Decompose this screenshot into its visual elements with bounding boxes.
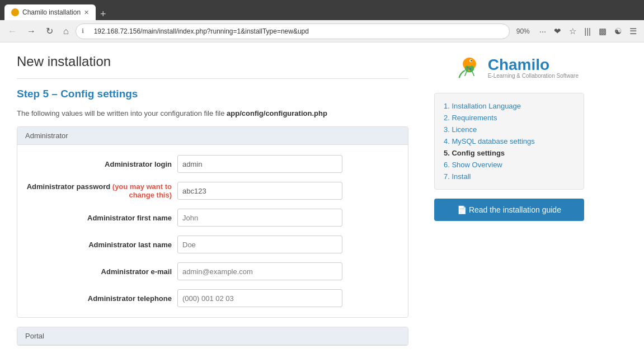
password-warning: (you may want to change this) <box>112 182 172 199</box>
step-item-5: 5. Config settings <box>444 147 575 159</box>
description-prefix: The following values will be written int… <box>17 109 213 117</box>
svg-point-8 <box>467 67 469 68</box>
admin-login-row: Administrator login <box>17 150 408 177</box>
admin-email-row: Administrator e-mail <box>17 258 408 285</box>
browser-tabs: Chamilo installation ✕ + <box>4 0 111 20</box>
reader-view-button[interactable]: ||| <box>581 24 594 39</box>
page-wrapper: New installation Step 5 – Config setting… <box>0 43 644 353</box>
administrator-section: Administrator Administrator login Admini… <box>17 126 408 318</box>
svg-point-5 <box>471 60 472 62</box>
step-item-7[interactable]: 7. Install <box>444 171 575 182</box>
read-guide-label: Read the installation guide <box>469 205 561 214</box>
address-text: 192.168.72.156/main/install/index.php?ru… <box>94 27 309 35</box>
home-button[interactable]: ⌂ <box>60 24 72 39</box>
svg-line-6 <box>464 72 466 76</box>
administrator-section-header: Administrator <box>17 127 408 145</box>
browser-nav-bar: ← → ↻ ⌂ ℹ 192.168.72.156/main/install/in… <box>0 20 644 43</box>
admin-email-label: Administrator e-mail <box>26 267 172 276</box>
sidebar-toggle-button[interactable]: ▩ <box>596 24 609 39</box>
step-heading: Step 5 – Config settings <box>17 88 408 100</box>
address-bar[interactable]: ℹ 192.168.72.156/main/install/index.php?… <box>76 23 510 39</box>
browser-chrome: Chamilo installation ✕ + <box>0 0 644 20</box>
admin-telephone-input[interactable] <box>177 289 342 307</box>
svg-point-10 <box>468 69 469 71</box>
config-filename: app/config/configuration.php <box>227 109 327 117</box>
read-guide-button[interactable]: 📄 Read the installation guide <box>434 199 584 221</box>
administrator-section-body: Administrator login Administrator passwo… <box>17 145 408 317</box>
security-icon: ℹ <box>82 27 84 35</box>
sidebar: Chamilo E-Learning & Collaboration Softw… <box>425 43 593 353</box>
config-description: The following values will be written int… <box>17 109 408 117</box>
logo-area: Chamilo E-Learning & Collaboration Softw… <box>434 54 584 82</box>
logo-name: Chamilo <box>488 57 579 73</box>
step-link-1[interactable]: 1. Installation Language <box>444 102 521 110</box>
admin-telephone-label: Administrator telephone <box>26 294 172 303</box>
portal-section: Portal <box>17 327 408 346</box>
step-link-4[interactable]: 4. MySQL database settings <box>444 137 535 145</box>
admin-login-label: Administrator login <box>26 160 172 168</box>
admin-email-input[interactable] <box>177 262 342 280</box>
page-title: New installation <box>17 54 408 69</box>
nav-icons: ··· ❤ ☆ ||| ▩ ☯ ☰ <box>537 24 640 39</box>
admin-telephone-row: Administrator telephone <box>17 285 408 312</box>
tab-title: Chamilo installation <box>22 8 81 16</box>
tab-close-btn[interactable]: ✕ <box>84 9 89 16</box>
tab-favicon <box>11 8 19 16</box>
zoom-level[interactable]: 90% <box>513 27 533 35</box>
admin-password-label: Administrator password (you may want to … <box>26 182 172 199</box>
admin-login-input[interactable] <box>177 155 342 173</box>
admin-password-row: Administrator password (you may want to … <box>17 177 408 204</box>
back-button[interactable]: ← <box>4 24 20 39</box>
admin-password-input[interactable] <box>177 182 342 200</box>
svg-line-7 <box>472 72 474 76</box>
step-item-6[interactable]: 6. Show Overview <box>444 159 575 171</box>
step-link-7[interactable]: 7. Install <box>444 172 471 181</box>
admin-firstname-row: Administrator first name <box>17 204 408 231</box>
browser-tab-active[interactable]: Chamilo installation ✕ <box>4 4 96 20</box>
step-item-3[interactable]: 3. Licence <box>444 124 575 135</box>
step-link-3[interactable]: 3. Licence <box>444 125 477 134</box>
forward-button[interactable]: → <box>23 24 39 39</box>
guide-icon: 📄 <box>457 205 469 214</box>
logo-tagline: E-Learning & Collaboration Software <box>488 73 579 79</box>
steps-list: 1. Installation Language 2. Requirements… <box>444 100 575 182</box>
sync-button[interactable]: ☯ <box>612 24 624 39</box>
step-item-2[interactable]: 2. Requirements <box>444 112 575 124</box>
admin-firstname-input[interactable] <box>177 209 342 227</box>
step-item-4[interactable]: 4. MySQL database settings <box>444 135 575 147</box>
admin-lastname-input[interactable] <box>177 236 342 253</box>
admin-lastname-label: Administrator last name <box>26 241 172 249</box>
portal-section-header: Portal <box>17 327 408 345</box>
admin-firstname-label: Administrator first name <box>26 214 172 222</box>
svg-point-3 <box>465 58 473 67</box>
new-tab-button[interactable]: + <box>96 8 111 20</box>
step-item-1[interactable]: 1. Installation Language <box>444 100 575 112</box>
more-options-button[interactable]: ··· <box>537 24 549 39</box>
pocket-button[interactable]: ❤ <box>551 24 564 39</box>
step-link-2[interactable]: 2. Requirements <box>444 114 497 122</box>
admin-lastname-row: Administrator last name <box>17 231 408 258</box>
bookmark-button[interactable]: ☆ <box>566 24 579 39</box>
chamilo-logo-icon <box>455 54 483 82</box>
step-link-6[interactable]: 6. Show Overview <box>444 161 502 169</box>
svg-point-9 <box>469 68 471 70</box>
menu-button[interactable]: ☰ <box>627 24 640 39</box>
logo-text: Chamilo E-Learning & Collaboration Softw… <box>488 57 579 79</box>
divider <box>17 78 408 79</box>
steps-navigation: 1. Installation Language 2. Requirements… <box>434 93 584 190</box>
main-content: New installation Step 5 – Config setting… <box>0 43 425 353</box>
refresh-button[interactable]: ↻ <box>43 23 57 39</box>
